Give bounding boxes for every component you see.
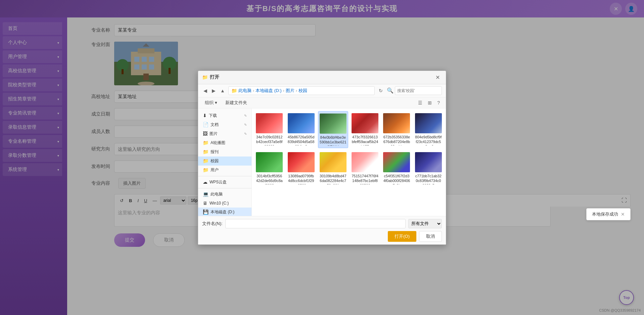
- filetype-select[interactable]: 所有文件 图片文件: [408, 219, 442, 228]
- dialog-sidebar-nav: ⬇ 下载 ✎ 📄 文档 ✎ 🖼 图片 ✎ 📁 A轮播图: [198, 108, 252, 216]
- breadcrumb-pc[interactable]: 此电脑: [238, 88, 251, 94]
- file-item[interactable]: 30109b4d8bd476da082284e4c759e001: [318, 150, 348, 186]
- file-dialog: 📁 打开 ✕ ◀ ▶ ▲ 📁 此电脑 › 本地磁盘 (D:) › 图片 › 校园…: [198, 71, 446, 245]
- sidebar-divider: [198, 176, 251, 176]
- nav-item-disk-d[interactable]: 💾 本地磁盘 (D:): [198, 208, 251, 216]
- dialog-body: ⬇ 下载 ✎ 📄 文档 ✎ 🖼 图片 ✎ 📁 A轮播图: [198, 108, 446, 216]
- dialog-toolbar2: 组织 ▾ 新建文件夹 ☰ ⊞ ?: [198, 97, 446, 108]
- file-item[interactable]: 34e7c09c02812b42cecf37a5e8f82999: [255, 111, 284, 148]
- file-item[interactable]: 751517447f76f4148e87bc1ebf828566: [350, 150, 380, 186]
- nav-item-newspaper[interactable]: 📁 报刊: [198, 147, 251, 156]
- folder-icon: 📁: [203, 167, 209, 173]
- nav-forward-btn[interactable]: ▶: [211, 87, 217, 94]
- search-box: 🔍: [387, 86, 442, 95]
- file-name: 45b86726a505d839d4504d5a58664ba3: [287, 135, 314, 145]
- breadcrumb-disk[interactable]: 本地磁盘 (D:): [256, 88, 281, 94]
- toast-close-btn[interactable]: ✕: [621, 212, 625, 217]
- disk-icon: 💾: [203, 209, 209, 215]
- file-name: 34e7c09c02812b42cecf37a5e8f82999: [256, 135, 283, 145]
- file-item[interactable]: 3014bf3cff595642d2de66d9c8af2293: [255, 150, 284, 186]
- breadcrumb-campus[interactable]: 校园: [298, 88, 307, 94]
- file-name: 3014bf3cff595642d2de66d9c8af2293: [256, 174, 283, 184]
- open-btn[interactable]: 打开(O): [388, 231, 416, 242]
- file-item[interactable]: 804e9d5bd8cf9ff23c412379dc5a3ae6: [414, 111, 443, 148]
- file-item-selected[interactable]: 84e0b6bf4be3e590bb1e3be6212f744d: [318, 111, 348, 148]
- file-thumb: [352, 113, 378, 133]
- file-thumb: [320, 152, 347, 172]
- help-btn[interactable]: ?: [435, 99, 442, 106]
- file-item[interactable]: 672b35356338e676db87204e8b63eabb: [382, 111, 411, 148]
- file-thumb: [352, 152, 378, 172]
- pictures-icon: 🖼: [203, 131, 208, 136]
- file-name: c54f351f67f2d34f0ab000f284067c9b: [383, 174, 410, 184]
- dialog-title: 📁 打开: [202, 74, 219, 80]
- breadcrumb-pictures[interactable]: 图片: [286, 88, 294, 94]
- documents-icon: 📄: [203, 122, 209, 127]
- folder-icon: 📁: [203, 140, 209, 145]
- dialog-titlebar: 📁 打开 ✕: [198, 71, 446, 84]
- file-thumb: [256, 152, 283, 172]
- file-item[interactable]: 473c7f3326613bfeff59acaf5b24b155: [350, 111, 380, 148]
- folder-icon: 📁: [231, 88, 237, 93]
- view-details-btn[interactable]: ☰: [416, 99, 424, 106]
- nav-item-campus[interactable]: 📁 校园: [198, 156, 251, 166]
- organize-btn[interactable]: 组织 ▾: [202, 99, 220, 107]
- file-thumb: [256, 113, 283, 133]
- file-name: 804e9d5bd8cf9ff23c412379dc5a3ae6: [415, 135, 442, 145]
- file-name: 672b35356338e676db87204e8b63eabb: [383, 135, 410, 145]
- cloud-icon: ☁: [203, 179, 208, 185]
- nav-item-documents[interactable]: 📄 文档 ✎: [198, 120, 251, 129]
- nav-item-user[interactable]: 📁 用户: [198, 166, 251, 175]
- nav-item-download[interactable]: ⬇ 下载 ✎: [198, 111, 251, 120]
- file-thumb: [383, 152, 410, 172]
- file-thumb: [383, 113, 410, 133]
- sidebar-divider-2: [198, 188, 251, 188]
- file-item[interactable]: c54f351f67f2d34f0ab000f284067c9b: [382, 150, 411, 186]
- folder-icon: 📁: [203, 158, 209, 164]
- nav-item-win10[interactable]: 🖥 Win10 (C:): [198, 199, 251, 208]
- search-input[interactable]: [395, 86, 442, 95]
- file-dialog-overlay: 📁 打开 ✕ ◀ ▶ ▲ 📁 此电脑 › 本地磁盘 (D:) › 图片 › 校园…: [0, 0, 644, 315]
- breadcrumb-path: 📁 此电脑 › 本地磁盘 (D:) › 图片 › 校园: [228, 86, 375, 95]
- file-name: 473c7f3326613bfeff59acaf5b24b155: [352, 135, 378, 145]
- view-buttons: ☰ ⊞ ?: [416, 99, 442, 106]
- file-name: 30109b4d8bd476da082284e4c759e001: [319, 174, 347, 184]
- dialog-action-row: 打开(O) 取消: [202, 231, 442, 242]
- disk-icon: 🖥: [203, 200, 208, 206]
- file-name: 751517447f76f4148e87bc1ebf828566: [352, 174, 378, 184]
- file-thumb: [415, 152, 442, 172]
- search-icon: 🔍: [387, 87, 394, 94]
- file-item[interactable]: 45b86726a505d839d4504d5a58664ba3: [286, 111, 316, 148]
- toast-message: 本地保存成功: [592, 211, 618, 217]
- file-name: c771bb7c1ab320c83f9b4734c06638c5: [415, 174, 442, 184]
- nav-item-wps[interactable]: ☁ WPS云盘: [198, 178, 251, 187]
- refresh-btn[interactable]: ↻: [377, 87, 385, 94]
- new-folder-btn[interactable]: 新建文件夹: [223, 99, 250, 107]
- file-grid: 34e7c09c02812b42cecf37a5e8f82999 45b8672…: [252, 108, 446, 216]
- file-name: 84e0b6bf4be3e590bb1e3be6212f744d: [320, 135, 347, 146]
- toast-notification: 本地保存成功 ✕: [586, 208, 631, 220]
- dialog-title-icon: 📁: [202, 75, 208, 80]
- download-icon: ⬇: [203, 113, 207, 118]
- dialog-cancel-btn[interactable]: 取消: [419, 231, 442, 242]
- dialog-footer: 文件名(N): 所有文件 图片文件 打开(O) 取消: [198, 216, 446, 244]
- file-name: 13089ad0799fb4d8cc6dcbf1f29c8569: [287, 174, 314, 184]
- filename-row: 文件名(N): 所有文件 图片文件: [202, 219, 442, 228]
- file-item[interactable]: 13089ad0799fb4d8cc6dcbf1f29c8569: [286, 150, 316, 186]
- file-item[interactable]: c771bb7c1ab320c83f9b4734c06638c5: [414, 150, 443, 186]
- filename-label: 文件名(N):: [202, 221, 223, 227]
- file-thumb: [288, 113, 315, 133]
- nav-item-carousel[interactable]: 📁 A轮播图: [198, 138, 251, 147]
- nav-item-pictures[interactable]: 🖼 图片 ✎: [198, 129, 251, 138]
- dialog-close-btn[interactable]: ✕: [433, 74, 442, 81]
- nav-up-btn[interactable]: ▲: [219, 87, 226, 94]
- nav-back-btn[interactable]: ◀: [202, 87, 209, 94]
- view-grid-btn[interactable]: ⊞: [426, 99, 434, 106]
- filename-input[interactable]: [225, 219, 406, 228]
- nav-item-this-pc[interactable]: 💻 此电脑: [198, 190, 251, 199]
- dialog-nav: ◀ ▶ ▲ 📁 此电脑 › 本地磁盘 (D:) › 图片 › 校园 ↻ 🔍: [198, 84, 446, 97]
- computer-icon: 💻: [203, 191, 209, 197]
- file-thumb: [415, 113, 442, 133]
- file-thumb: [320, 114, 347, 134]
- folder-icon: 📁: [203, 149, 209, 154]
